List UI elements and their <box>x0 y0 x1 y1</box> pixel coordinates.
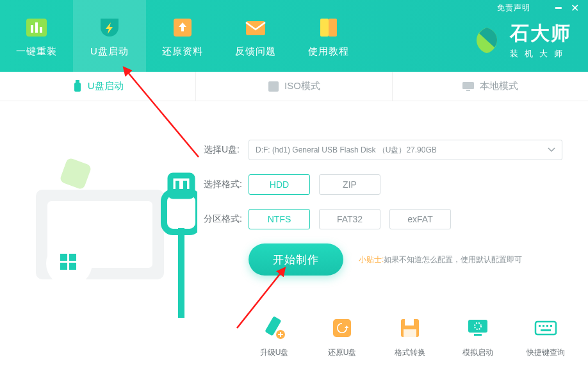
svg-rect-36 <box>543 325 544 327</box>
tool-format-convert[interactable]: 格式转换 <box>387 315 433 358</box>
nav-item-usb-boot[interactable]: U盘启动 <box>73 0 146 72</box>
svg-rect-3 <box>40 27 42 33</box>
tool-label: 还原U盘 <box>328 347 357 358</box>
format-option-zip[interactable]: ZIP <box>319 174 380 195</box>
nav-label: 还原资料 <box>162 45 203 58</box>
tool-label: 快捷键查询 <box>527 347 565 358</box>
start-create-button[interactable]: 开始制作 <box>249 243 343 276</box>
svg-rect-2 <box>35 22 38 33</box>
usb-select-label: 选择U盘: <box>204 144 249 156</box>
svg-rect-12 <box>466 90 470 91</box>
tip-tag: 小贴士: <box>359 255 384 264</box>
format-label: 选择格式: <box>204 179 249 190</box>
subtab-label: U盘启动 <box>88 80 124 92</box>
floppy-icon <box>397 315 423 341</box>
window-controls: ━ ✕ <box>555 2 579 14</box>
minimize-icon[interactable]: ━ <box>555 2 562 14</box>
svg-rect-29 <box>405 319 414 326</box>
svg-rect-34 <box>535 322 556 334</box>
brand-subtitle: 装机大师 <box>510 48 571 60</box>
svg-rect-39 <box>541 329 551 331</box>
svg-rect-38 <box>550 325 552 327</box>
format-option-hdd[interactable]: HDD <box>249 174 310 195</box>
brand: 石大师 装机大师 <box>471 21 571 60</box>
subtab-label: 本地模式 <box>480 80 518 92</box>
tool-label: 模拟启动 <box>462 347 493 358</box>
book-icon <box>316 15 341 40</box>
shield-lightning-icon <box>97 15 122 40</box>
usb-select[interactable]: D:F: (hd1) General USB Flash Disk （U盘）27… <box>249 140 562 160</box>
subtab-label: ISO模式 <box>284 80 320 92</box>
svg-rect-19 <box>60 263 67 270</box>
main-area: 选择U盘: D:F: (hd1) General USB Flash Disk … <box>0 101 588 371</box>
svg-rect-20 <box>69 263 76 270</box>
config-form: 选择U盘: D:F: (hd1) General USB Flash Disk … <box>204 140 562 276</box>
nav-item-tutorial[interactable]: 使用教程 <box>292 0 365 72</box>
usb-upgrade-icon <box>261 315 287 341</box>
svg-rect-31 <box>468 320 487 333</box>
usb-select-value: D:F: (hd1) General USB Flash Disk （U盘）27… <box>256 145 437 156</box>
iso-file-icon <box>268 81 279 92</box>
svg-rect-32 <box>474 334 482 336</box>
tool-row: 升级U盘 还原U盘 格式转换 模拟启动 快捷键查询 <box>251 315 569 358</box>
svg-rect-18 <box>69 254 76 261</box>
subtab-iso[interactable]: ISO模式 <box>195 72 391 101</box>
nav-label: 反馈问题 <box>235 45 276 58</box>
tool-label: 升级U盘 <box>260 347 289 358</box>
brand-title: 石大师 <box>510 21 571 47</box>
main-nav: 一键重装 U盘启动 还原资料 反馈问题 使用教程 <box>0 0 365 72</box>
chevron-down-icon <box>548 147 555 153</box>
partition-option-exfat[interactable]: exFAT <box>389 209 451 229</box>
close-icon[interactable]: ✕ <box>571 2 579 14</box>
monitor-icon <box>462 81 475 92</box>
nav-label: U盘启动 <box>90 45 129 58</box>
tool-restore-usb[interactable]: 还原U盘 <box>319 315 365 358</box>
subtab-local[interactable]: 本地模式 <box>392 72 588 101</box>
tool-label: 格式转换 <box>395 347 425 358</box>
tool-simulate-boot[interactable]: 模拟启动 <box>455 315 501 358</box>
usb-stick-icon <box>72 80 83 93</box>
nav-item-restore[interactable]: 还原资料 <box>146 0 219 72</box>
partition-option-ntfs[interactable]: NTFS <box>249 209 310 229</box>
svg-rect-17 <box>60 254 67 261</box>
brand-logo-icon <box>471 25 502 56</box>
svg-rect-30 <box>404 329 416 337</box>
nav-label: 使用教程 <box>308 45 349 58</box>
svg-rect-13 <box>59 157 92 190</box>
svg-rect-11 <box>462 82 474 89</box>
keyboard-icon <box>533 315 559 341</box>
topbar: 一键重装 U盘启动 还原资料 反馈问题 使用教程 免责声明 <box>0 0 588 72</box>
svg-rect-35 <box>539 325 541 327</box>
monitor-boot-icon <box>465 315 491 341</box>
svg-rect-10 <box>268 81 279 92</box>
partition-label: 分区格式: <box>204 213 249 225</box>
svg-rect-37 <box>546 325 548 327</box>
bar-chart-icon <box>24 15 49 40</box>
tool-upgrade-usb[interactable]: 升级U盘 <box>251 315 297 358</box>
nav-label: 一键重装 <box>16 45 57 58</box>
upload-box-icon <box>170 15 195 40</box>
nav-item-reinstall[interactable]: 一键重装 <box>0 0 73 72</box>
subtab-usb-boot[interactable]: U盘启动 <box>0 72 195 101</box>
usb-illustration <box>24 126 197 331</box>
svg-rect-6 <box>320 19 329 37</box>
tool-shortcut-query[interactable]: 快捷键查询 <box>523 315 569 358</box>
svg-rect-9 <box>76 80 79 83</box>
mail-icon <box>243 15 268 40</box>
svg-rect-5 <box>246 21 265 35</box>
svg-rect-7 <box>329 19 337 37</box>
nav-item-feedback[interactable]: 反馈问题 <box>219 0 292 72</box>
svg-rect-1 <box>31 25 33 33</box>
disclaimer-link[interactable]: 免责声明 <box>497 3 530 13</box>
svg-rect-8 <box>74 83 81 92</box>
sub-tabs: U盘启动 ISO模式 本地模式 <box>0 72 588 101</box>
usb-restore-icon <box>329 315 355 341</box>
tip-body: 如果不知道怎么配置，使用默认配置即可 <box>384 255 522 264</box>
tip-text: 小贴士:如果不知道怎么配置，使用默认配置即可 <box>359 254 522 265</box>
partition-option-fat32[interactable]: FAT32 <box>319 209 380 229</box>
